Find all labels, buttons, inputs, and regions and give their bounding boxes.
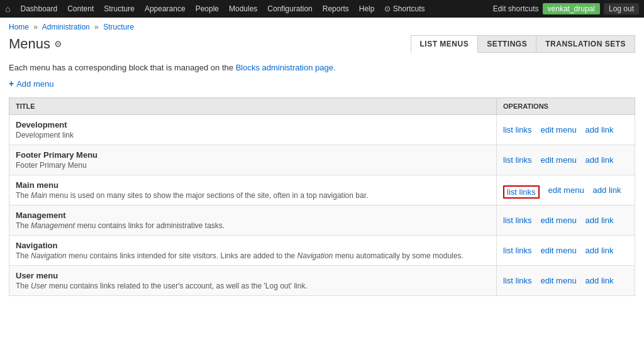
list-links-op[interactable]: list links [503,246,532,255]
nav-item-reports[interactable]: Reports [318,0,354,18]
menu-description: The User menu contains links related to … [16,282,490,290]
breadcrumb-sep-1: » [33,23,38,31]
settings-gear-icon[interactable]: ⚙ [54,39,62,49]
menu-description: The Management menu contains links for a… [16,221,490,230]
nav-items: Dashboard Content Structure Appearance P… [15,0,492,18]
list-links-op[interactable]: list links [503,155,532,165]
menu-title: User menu [16,271,490,280]
add-link-op[interactable]: add link [593,185,621,199]
list-links-op[interactable]: list links [503,216,532,225]
add-link-op[interactable]: add link [586,276,614,285]
page-header: Menus ⚙ LIST MENUS SETTINGS TRANSLATION … [0,33,644,58]
plus-icon: + [9,79,14,89]
nav-right: Edit shortcuts venkat_drupal Log out [493,3,639,14]
edit-menu-op[interactable]: edit menu [541,155,577,165]
col-operations: OPERATIONS [497,98,635,115]
content-area: Each menu has a corresponding block that… [0,58,644,301]
list-links-op[interactable]: list links [503,125,532,134]
menu-description: The Main menu is used on many sites to s… [16,191,490,200]
tab-buttons: LIST MENUS SETTINGS TRANSLATION SETS [411,35,635,53]
add-link-op[interactable]: add link [586,216,614,225]
username-badge[interactable]: venkat_drupal [543,3,600,14]
table-row: User menu The User menu contains links r… [9,266,635,296]
nav-item-structure[interactable]: Structure [99,0,140,18]
menu-ops-cell: list links edit menu add link [497,236,635,266]
table-row: Navigation The Navigation menu contains … [9,236,635,266]
menus-table: TITLE OPERATIONS Development Development… [9,97,635,296]
logout-button[interactable]: Log out [604,3,639,14]
add-link-op[interactable]: add link [586,155,614,165]
menu-ops-cell: list links edit menu add link [497,145,635,175]
table-row: Management The Management menu contains … [9,206,635,236]
menu-title: Management [16,211,490,220]
menu-description: Footer Primary Menu [16,161,490,170]
nav-item-dashboard[interactable]: Dashboard [15,0,62,18]
description-text: Each menu has a corresponding block that… [9,63,635,72]
nav-item-modules[interactable]: Modules [224,0,262,18]
table-header-row: TITLE OPERATIONS [9,98,635,115]
menu-title: Main menu [16,180,490,190]
nav-item-help[interactable]: Help [354,0,380,18]
menu-title-cell: User menu The User menu contains links r… [9,266,497,296]
breadcrumb-home[interactable]: Home [9,23,29,31]
menu-title-cell: Development Development link [9,115,497,145]
nav-item-content[interactable]: Content [62,0,99,18]
menu-title: Footer Primary Menu [16,150,490,160]
nav-item-appearance[interactable]: Appearance [140,0,191,18]
list-links-op-highlighted[interactable]: list links [503,185,540,199]
list-links-op[interactable]: list links [503,276,532,285]
breadcrumb-administration[interactable]: Administration [42,23,90,31]
edit-shortcuts-link[interactable]: Edit shortcuts [493,4,539,13]
table-row: Development Development link list links … [9,115,635,145]
blocks-admin-link[interactable]: Blocks administration page. [236,63,336,72]
menu-ops-cell: list links edit menu add link [497,115,635,145]
edit-menu-op[interactable]: edit menu [548,185,584,199]
edit-menu-op[interactable]: edit menu [541,216,577,225]
add-link-op[interactable]: add link [586,246,614,255]
menu-title-cell: Management The Management menu contains … [9,206,497,236]
menu-title-cell: Main menu The Main menu is used on many … [9,175,497,206]
breadcrumb-structure[interactable]: Structure [103,23,134,31]
page-title: Menus [9,36,50,52]
nav-item-configuration[interactable]: Configuration [262,0,317,18]
menu-description: Development link [16,131,490,140]
breadcrumb: Home » Administration » Structure [0,18,644,33]
nav-item-shortcuts[interactable]: ⊙ Shortcuts [379,0,430,18]
description-text-before: Each menu has a corresponding block that… [9,63,236,72]
menu-title-cell: Navigation The Navigation menu contains … [9,236,497,266]
add-link-op[interactable]: add link [586,125,614,134]
tab-settings[interactable]: SETTINGS [478,35,536,53]
nav-item-people[interactable]: People [191,0,224,18]
col-title: TITLE [9,98,497,115]
top-navigation: ⌂ Dashboard Content Structure Appearance… [0,0,644,18]
add-menu-label: Add menu [16,79,53,89]
title-area: Menus ⚙ [9,36,62,52]
table-row: Main menu The Main menu is used on many … [9,175,635,206]
table-row: Footer Primary Menu Footer Primary Menu … [9,145,635,175]
edit-menu-op[interactable]: edit menu [541,276,577,285]
menu-ops-cell: list links edit menu add link [497,266,635,296]
menu-title-cell: Footer Primary Menu Footer Primary Menu [9,145,497,175]
tab-translation-sets[interactable]: TRANSLATION SETS [536,35,635,53]
menu-title: Development [16,120,490,129]
menu-description: The Navigation menu contains links inten… [16,251,490,260]
menu-ops-cell: list links edit menu add link [497,206,635,236]
menu-ops-cell: list links edit menu add link [497,175,635,206]
breadcrumb-sep-2: » [94,23,99,31]
add-menu-link[interactable]: + Add menu [9,79,53,89]
edit-menu-op[interactable]: edit menu [541,125,577,134]
menu-title: Navigation [16,241,490,250]
home-icon[interactable]: ⌂ [5,4,10,14]
edit-menu-op[interactable]: edit menu [541,246,577,255]
tab-list-menus[interactable]: LIST MENUS [411,35,479,53]
